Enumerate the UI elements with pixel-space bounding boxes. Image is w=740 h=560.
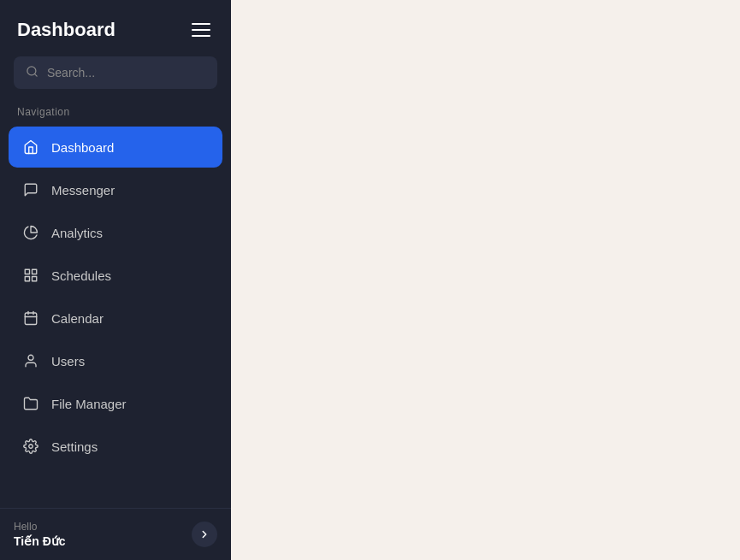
svg-line-1 — [34, 74, 37, 76]
sidebar-item-label: Users — [51, 354, 85, 368]
pie-chart-icon — [22, 224, 39, 241]
sidebar-header: Dashboard — [0, 0, 231, 56]
sidebar-item-dashboard[interactable]: Dashboard — [9, 127, 222, 168]
search-container — [0, 56, 231, 106]
message-circle-icon — [22, 181, 39, 198]
svg-rect-5 — [25, 277, 29, 281]
sidebar-item-messenger[interactable]: Messenger — [9, 169, 222, 210]
folder-icon — [22, 395, 39, 412]
sidebar: Dashboard Navigation Dashboard — [0, 0, 231, 560]
sidebar-item-label: Settings — [51, 439, 98, 454]
user-footer[interactable]: Hello Tiến Đức — [0, 508, 231, 560]
calendar-icon — [22, 309, 39, 327]
nav-section-label: Navigation — [0, 106, 231, 127]
sidebar-title: Dashboard — [17, 19, 115, 41]
svg-point-10 — [28, 355, 33, 360]
hamburger-button[interactable] — [188, 20, 214, 40]
sidebar-item-analytics[interactable]: Analytics — [9, 212, 222, 253]
sidebar-item-label: File Manager — [51, 397, 127, 411]
hamburger-line-1 — [192, 23, 210, 25]
home-icon — [22, 139, 39, 156]
svg-rect-4 — [33, 277, 37, 281]
nav-items: Dashboard Messenger Analytics Schedules — [0, 127, 231, 508]
user-chevron-button[interactable] — [192, 522, 217, 547]
sidebar-item-schedules[interactable]: Schedules — [9, 255, 222, 296]
user-info: Hello Tiến Đức — [14, 521, 66, 548]
sidebar-item-label: Analytics — [51, 226, 103, 240]
sidebar-item-calendar[interactable]: Calendar — [9, 298, 222, 339]
sidebar-item-settings[interactable]: Settings — [9, 426, 222, 467]
svg-point-11 — [29, 445, 33, 449]
sidebar-item-label: Dashboard — [51, 140, 114, 155]
user-name: Tiến Đức — [14, 534, 66, 548]
svg-rect-6 — [25, 313, 37, 325]
search-icon — [26, 65, 38, 80]
hamburger-line-3 — [192, 35, 210, 37]
main-content — [231, 0, 740, 560]
hamburger-line-2 — [192, 29, 210, 31]
svg-rect-3 — [33, 269, 37, 274]
sidebar-item-label: Schedules — [51, 268, 111, 283]
chevron-right-icon — [198, 528, 210, 540]
sidebar-item-label: Messenger — [51, 183, 115, 197]
settings-icon — [22, 438, 39, 455]
grid-icon — [22, 267, 39, 284]
svg-rect-2 — [25, 269, 29, 274]
user-hello-label: Hello — [14, 521, 66, 533]
search-box — [14, 56, 217, 89]
search-input[interactable] — [47, 66, 205, 80]
sidebar-item-file-manager[interactable]: File Manager — [9, 383, 222, 424]
sidebar-item-label: Calendar — [51, 311, 104, 326]
sidebar-item-users[interactable]: Users — [9, 340, 222, 381]
user-circle-icon — [22, 352, 39, 369]
